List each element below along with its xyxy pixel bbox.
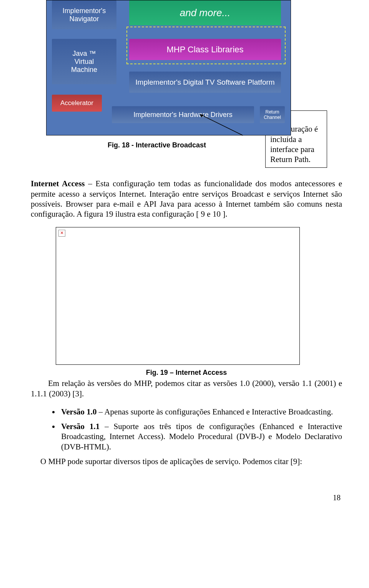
architecture-diagram: Implementor's Navigator and more... Java…	[46, 0, 291, 135]
bullet-version-1-1: Versão 1.1 – Suporte aos três tipos de c…	[60, 421, 342, 452]
figure-19-missing-image: ×	[56, 227, 300, 365]
paragraph-internet-access: Internet Access – Esta configuração tem …	[31, 179, 342, 219]
figure-19-caption: Fig. 19 – Internet Access	[31, 369, 342, 377]
diagram-box-software-platform: Implementor's Digital TV Software Platfo…	[129, 72, 281, 93]
svg-line-0	[200, 114, 243, 135]
bullet-version-1-0: Versão 1.0 – Apenas suporte às configura…	[60, 407, 342, 417]
diagram-box-mhp-class-libraries: MHP Class Libraries	[129, 39, 281, 60]
bullet-rest: – Apenas suporte às configurações Enhanc…	[97, 407, 333, 416]
closing-paragraph: O MHP pode suportar diversos tipos de ap…	[40, 456, 342, 466]
document-page: Implementor's Navigator and more... Java…	[0, 0, 369, 510]
diagram-box-and-more: and more...	[129, 0, 281, 25]
callout-connector	[219, 137, 261, 153]
bullet-rest: – Suporte aos três tipos de configuraçõe…	[61, 422, 342, 451]
bullet-bold: Versão 1.0	[61, 407, 97, 416]
diagram-box-accelerator: Accelerator	[52, 95, 102, 112]
broken-image-icon: ×	[58, 230, 65, 237]
paragraph-versions: Em relação às versões do MHP, podemos ci…	[31, 378, 342, 399]
paragraph-lead-bold: Internet Access	[31, 179, 85, 188]
diagram-box-jvm: Java ™ Virtual Machine	[52, 39, 116, 84]
diagram-box-implementors-navigator: Implementor's Navigator	[52, 0, 116, 29]
diagram-box-return-channel: Return Channel	[260, 106, 285, 123]
figure-18-caption-row: Fig. 18 - Interactive Broadcast Nesta co…	[31, 137, 342, 168]
bullet-bold: Versão 1.1	[61, 422, 100, 431]
version-bullet-list: Versão 1.0 – Apenas suporte às configura…	[31, 407, 342, 452]
page-number: 18	[31, 493, 342, 502]
